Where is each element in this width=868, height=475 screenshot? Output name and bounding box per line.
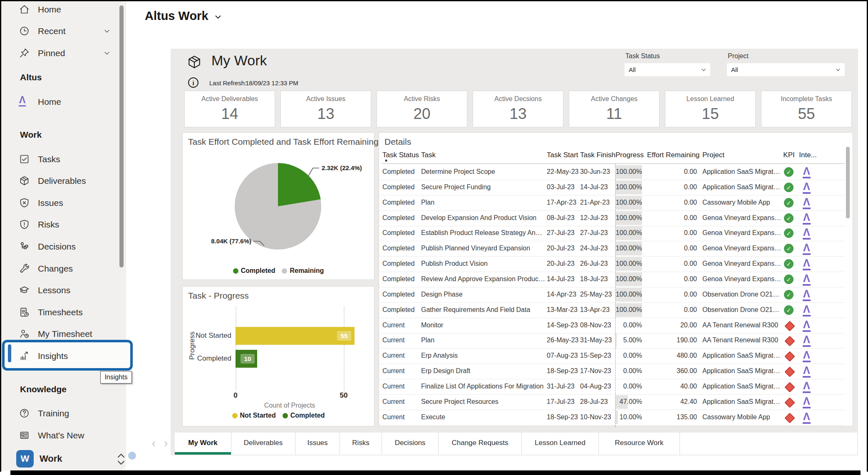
sidebar-item-home[interactable]: Home — [1, 0, 126, 19]
altus-logo-icon: Λ — [803, 242, 811, 255]
table-row[interactable]: CompletedSecure Project Funding03-Jul-23… — [379, 180, 845, 195]
sidebar-item-training[interactable]: Training — [1, 404, 126, 423]
chevron-down-icon[interactable] — [103, 49, 111, 57]
pie-legend: CompletedRemaining — [183, 267, 374, 275]
chevron-updown-icon[interactable] — [116, 452, 126, 466]
tab-risks[interactable]: Risks — [340, 433, 382, 455]
sidebar-item-insights[interactable]: Insights — [1, 347, 126, 365]
column-header-task[interactable]: Task — [421, 151, 545, 159]
sidebar-item-pinned[interactable]: Pinned — [1, 44, 126, 62]
filter-dropdown-task-status[interactable]: All — [625, 63, 710, 76]
tab-change-requests[interactable]: Change Requests — [439, 433, 522, 455]
kpi-diamond-icon — [784, 382, 795, 392]
cell-task: Secure Project Resources — [421, 398, 545, 406]
cell-task: Finalize List Of Applications For Migrat… — [421, 383, 545, 390]
table-row[interactable]: CurrentPlan26-May-2331-May-235.00%190.00… — [379, 333, 845, 349]
sidebar-item-tasks[interactable]: Tasks — [1, 150, 126, 168]
timesheets-icon — [19, 307, 30, 318]
sidebar-item-deliverables[interactable]: Deliverables — [1, 172, 126, 190]
tab-decisions[interactable]: Decisions — [382, 433, 439, 455]
tab-issues[interactable]: Issues — [295, 433, 340, 455]
bar-chart-title: Task - Progress — [188, 291, 249, 301]
table-row[interactable]: CompletedDesign Phase14-Apr-2325-May-231… — [379, 287, 845, 303]
cell-progress: 100.00% — [615, 260, 642, 267]
sort-ascending-icon[interactable]: ▲ — [384, 158, 388, 162]
whats-new-icon — [19, 430, 30, 441]
tab-my-work[interactable]: My Work — [175, 433, 231, 455]
sidebar-item-issues[interactable]: Issues — [1, 194, 126, 212]
sidebar: HomeRecentPinnedAltusΛHomeWorkTasksDeliv… — [1, 1, 126, 470]
table-row[interactable]: CompletedEstablish Product Release Strat… — [379, 225, 845, 241]
cell-effort-remaining: 190.00 — [647, 336, 697, 344]
table-row[interactable]: CompletedReview And Approve Expansion Pr… — [379, 272, 845, 287]
chevron-down-icon[interactable] — [103, 27, 111, 35]
sidebar-item-label: My Timesheet — [38, 329, 92, 339]
cell-task-start: 27-Jul-23 — [547, 229, 579, 237]
chevron-down-icon[interactable] — [213, 12, 223, 22]
workspace-switcher[interactable]: W Work — [1, 447, 126, 470]
info-icon[interactable]: i — [188, 77, 198, 88]
column-header-project[interactable]: Project — [702, 151, 781, 159]
table-row[interactable]: CurrentSecure Project Resources17-Jul-23… — [379, 394, 845, 410]
legend-label: Remaining — [290, 267, 324, 275]
cell-effort-remaining: 0.00 — [647, 291, 697, 298]
table-row[interactable]: CompletedPublish Planned Vineyard Expans… — [379, 241, 845, 257]
kpi-card-active-changes: Active Changes11 — [569, 91, 660, 127]
kpi-card-label: Active Decsions — [473, 95, 563, 103]
table-row[interactable]: CompletedGather Requirements And Field D… — [379, 302, 845, 318]
table-row[interactable]: CompletedPlan17-Apr-2321-Apr-23100.00%0.… — [379, 195, 845, 211]
column-header-effort-remaining[interactable]: Effort Remaining — [647, 151, 697, 159]
cell-effort-remaining: 135.00 — [647, 413, 697, 421]
sidebar-item-label: Altus — [20, 72, 42, 82]
column-header-kpi[interactable]: KPI — [781, 151, 797, 159]
kpi-card-value: 13 — [473, 105, 563, 123]
sidebar-item-lessons[interactable]: Lessons — [1, 281, 126, 299]
report-title[interactable]: Altus Work — [145, 9, 208, 23]
cell-effort-remaining: 0.00 — [647, 199, 697, 206]
sidebar-item-decisions[interactable]: Decisions — [1, 238, 126, 256]
chevron-down-icon[interactable] — [835, 67, 841, 73]
column-header-progress[interactable]: Progress — [615, 151, 642, 159]
tab-resource-work[interactable]: Resource Work — [599, 433, 680, 455]
bar-legend: Not StartedCompleted — [183, 412, 374, 419]
sidebar-item-home[interactable]: ΛHome — [1, 93, 126, 111]
page-next-icon[interactable] — [161, 439, 170, 449]
sidebar-item-timesheets[interactable]: Timesheets — [1, 303, 126, 322]
x-axis-title: Count of Projects — [236, 402, 344, 409]
table-row[interactable]: CurrentExecute18-Sep-2310-Nov-2310.00%13… — [379, 410, 845, 426]
cell-project: Application SaaS Migration — [702, 168, 781, 176]
table-row[interactable]: CurrentErp Design Draft18-Sep-2317-Nov-2… — [379, 364, 845, 379]
tab-lesson-learned[interactable]: Lesson Learned — [522, 433, 599, 455]
column-header-inte[interactable]: Inte... — [799, 151, 817, 159]
table-row[interactable]: CurrentMonitor14-Sep-2308-Nov-230.00%20.… — [379, 318, 845, 334]
altus-logo-icon: Λ — [803, 411, 811, 424]
kpi-card-active-decsions: Active Decsions13 — [473, 91, 563, 127]
column-header-task-finish[interactable]: Task Finish — [580, 151, 614, 159]
chevron-down-icon[interactable] — [701, 67, 707, 73]
table-row[interactable]: CurrentFinalize List Of Applications For… — [379, 379, 845, 395]
legend-dot — [283, 413, 288, 418]
sidebar-item-risks[interactable]: Risks — [1, 215, 126, 234]
cell-task-status: Current — [382, 383, 420, 390]
sidebar-item-changes[interactable]: Changes — [1, 260, 126, 278]
table-row[interactable]: CompletedDevelop Expansion And Product V… — [379, 210, 845, 226]
table-scrollbar[interactable] — [846, 147, 850, 218]
tab-deliverables[interactable]: Deliverables — [231, 433, 295, 455]
cell-effort-remaining: 0.00 — [647, 183, 697, 191]
table-row[interactable]: CompletedPublish Product Vision20-Jul-23… — [379, 256, 845, 272]
cell-task-start: 14-Apr-23 — [547, 291, 579, 298]
sidebar-item-what-s-new[interactable]: What's New — [1, 426, 126, 445]
cell-task: Erp Design Draft — [421, 367, 545, 375]
kpi-diamond-icon — [784, 413, 795, 423]
workspace-badge[interactable]: W — [16, 450, 34, 468]
table-row[interactable]: CompletedDetermine Project Scope22-May-2… — [379, 164, 845, 180]
cell-task-finish: 08-Nov-23 — [580, 322, 614, 329]
table-row[interactable]: CurrentErp Analysis07-Aug-2315-Sep-230.0… — [379, 348, 845, 364]
sidebar-item-recent[interactable]: Recent — [1, 22, 126, 40]
cell-task-status: Current — [382, 322, 420, 329]
cell-task-finish: 04-Aug-23 — [580, 383, 614, 390]
page-prev-icon[interactable] — [150, 439, 158, 449]
sidebar-scrollbar[interactable] — [119, 5, 124, 267]
filter-dropdown-project[interactable]: All — [727, 63, 845, 76]
column-header-task-start[interactable]: Task Start — [547, 151, 579, 159]
